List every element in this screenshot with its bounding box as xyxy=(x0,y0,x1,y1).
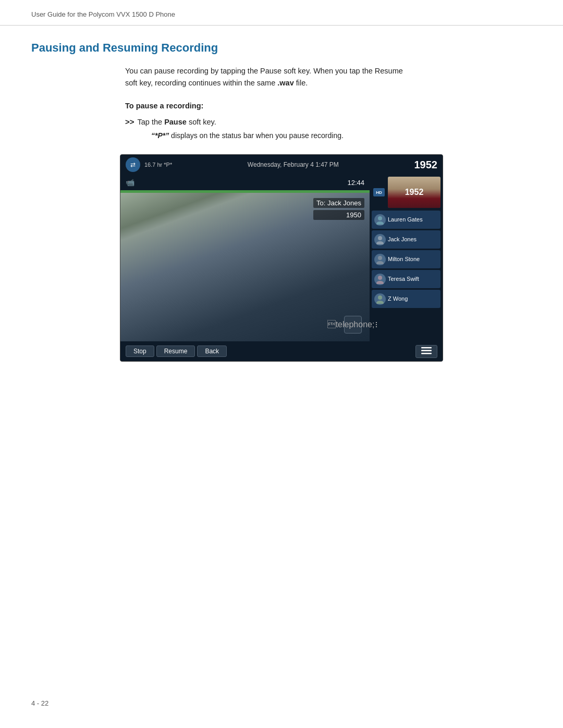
contact-name-teresa: Teresa Swift xyxy=(388,276,419,282)
stop-button[interactable]: Stop xyxy=(126,346,154,357)
top-bar: User Guide for the Polycom VVX 1500 D Ph… xyxy=(0,0,563,26)
contact-item-zwong[interactable]: Z Wong xyxy=(372,290,440,308)
storage-label: 16.7 hr *P* xyxy=(144,162,172,168)
self-number-box[interactable]: 1952 xyxy=(388,177,440,208)
phone-top-right: 1952 xyxy=(414,159,438,171)
hd-icon-area: HD xyxy=(372,177,386,208)
contact-list: HD 1952 xyxy=(370,175,443,341)
avatar-milton xyxy=(374,254,386,265)
avatar-jack xyxy=(374,234,386,245)
main-content: Pausing and Resuming Recording You can p… xyxy=(0,26,563,393)
svg-rect-19 xyxy=(421,347,432,349)
phone-bottom-bar: Stop Resume Back xyxy=(120,341,443,361)
svg-rect-20 xyxy=(421,350,432,351)
contact-item-teresa[interactable]: Teresa Swift xyxy=(372,270,440,288)
camera-icon: 📹 xyxy=(126,178,134,187)
status-note-text: displays on the status bar when you paus… xyxy=(169,131,344,140)
svg-point-15 xyxy=(378,276,382,280)
video-timer: 12:44 xyxy=(347,179,364,187)
instruction-line: >> Tap the Pause soft key. xyxy=(125,117,532,126)
contact-name-zwong: Z Wong xyxy=(388,295,408,302)
instruction-bold: Pause xyxy=(164,118,187,126)
instruction-text: Tap the Pause soft key. xyxy=(138,118,216,126)
svg-point-18 xyxy=(376,301,384,304)
call-info-overlay: To: Jack Jones 1950 xyxy=(313,198,364,220)
svg-point-11 xyxy=(378,236,382,240)
menu-icon[interactable] xyxy=(415,345,437,358)
hd-badge: HD xyxy=(373,188,385,196)
contact-item-milton[interactable]: Milton Stone xyxy=(372,250,440,268)
phone-top-bar: ⇄ 16.7 hr *P* Wednesday, February 4 1:47… xyxy=(120,155,443,175)
intro-paragraph: You can pause recording by tapping the P… xyxy=(125,65,417,89)
svg-point-10 xyxy=(376,221,384,225)
svg-rect-21 xyxy=(421,353,432,354)
svg-point-17 xyxy=(378,295,382,300)
resume-button[interactable]: Resume xyxy=(156,346,195,357)
status-code: “*P*” xyxy=(151,131,169,140)
video-area: 📹 12:44 To: Jack Jones 1950 xyxy=(120,175,370,341)
phone-top-left: ⇄ 16.7 hr *P* xyxy=(126,157,172,172)
section-title: Pausing and Resuming Recording xyxy=(31,41,532,55)
avatar-lauren xyxy=(374,214,386,226)
call-to-label: To: Jack Jones xyxy=(313,198,364,208)
phone-date-time: Wednesday, February 4 1:47 PM xyxy=(248,161,339,168)
video-main: To: Jack Jones 1950 telephone;⋮ xyxy=(120,193,370,341)
contact-name-milton: Milton Stone xyxy=(388,256,420,263)
svg-point-13 xyxy=(378,256,382,260)
video-top-bar: 📹 12:44 xyxy=(120,175,370,190)
breadcrumb: User Guide for the Polycom VVX 1500 D Ph… xyxy=(31,10,175,18)
intro-bold: .wav xyxy=(277,79,293,87)
arrow-icon: >> xyxy=(125,117,134,126)
phone-number: 1952 xyxy=(414,159,438,171)
svg-point-14 xyxy=(376,261,384,264)
self-row: HD 1952 xyxy=(372,177,440,208)
intro-end: file. xyxy=(294,79,308,87)
svg-point-9 xyxy=(378,216,382,220)
phone-body: 📹 12:44 To: Jack Jones 1950 xyxy=(120,175,443,341)
svg-point-12 xyxy=(376,241,384,244)
call-number: 1950 xyxy=(313,210,364,220)
back-button[interactable]: Back xyxy=(197,346,227,357)
contact-item-lauren[interactable]: Lauren Gates xyxy=(372,211,440,229)
keypad-button[interactable]: telephone;⋮ xyxy=(344,316,362,334)
svg-point-16 xyxy=(376,281,384,284)
intro-text: You can pause recording by tapping the P… xyxy=(125,67,403,87)
self-number: 1952 xyxy=(405,188,424,197)
contact-name-lauren: Lauren Gates xyxy=(388,216,423,223)
avatar-teresa xyxy=(374,274,386,285)
sub-heading: To pause a recording: xyxy=(125,102,532,110)
contact-name-jack: Jack Jones xyxy=(388,236,417,243)
usb-icon: ⇄ xyxy=(126,157,140,172)
avatar-zwong xyxy=(374,293,386,305)
contact-item-jack[interactable]: Jack Jones xyxy=(372,230,440,249)
page-number: 4 - 22 xyxy=(31,699,48,707)
phone-screenshot: ⇄ 16.7 hr *P* Wednesday, February 4 1:47… xyxy=(120,154,443,362)
status-note: “*P*” displays on the status bar when yo… xyxy=(151,131,532,140)
